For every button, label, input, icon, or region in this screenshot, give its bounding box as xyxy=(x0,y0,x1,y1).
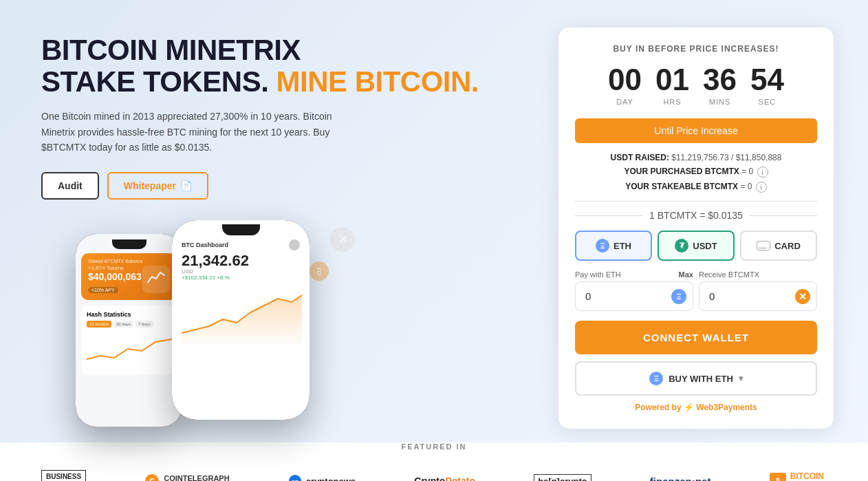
title-prefix: STAKE TOKENS. xyxy=(41,65,276,98)
title-highlight: MINE BITCOIN. xyxy=(276,65,479,98)
btc-currency: USD xyxy=(182,268,300,275)
usdt-tab-label: USDT xyxy=(693,241,717,251)
apy-badge: +10% APY xyxy=(88,287,118,293)
buy-banner: BUY IN BEFORE PRICE INCREASES! xyxy=(575,44,817,54)
usdt-raised-value: $11,219,756.73 / $11,850,888 xyxy=(671,153,781,162)
eth-icon: Ξ xyxy=(596,239,609,253)
cryptopotato-text: CryptoPotato xyxy=(414,475,475,481)
buy-with-eth-label: BUY WITH ETH xyxy=(669,374,733,384)
logo-cryptonews: cn cryptonews xyxy=(288,474,356,481)
countdown-day: 00 DAY xyxy=(608,65,642,107)
purchased-value: = 0 xyxy=(741,167,753,176)
pay-input-group: Pay with ETH Max Ξ xyxy=(575,270,693,311)
countdown-day-value: 00 xyxy=(608,65,642,95)
stakeable-row: YOUR STAKEABLE BTCMTX = 0 i xyxy=(575,182,817,193)
usdt-raised-label: USDT RAISED: xyxy=(611,153,669,162)
phone-right: BTC Dashboard 21,342.62 USD +$102,334.21… xyxy=(172,220,310,420)
stakeable-label: YOUR STAKEABLE BTCMTX xyxy=(625,182,738,191)
countdown-sec: 54 SEC xyxy=(750,65,784,107)
cointelegraph-icon: C xyxy=(144,473,160,481)
token-tabs: Ξ ETH ₮ USDT CARD xyxy=(575,231,817,261)
stakeable-value: = 0 xyxy=(740,182,752,191)
receive-input-group: Receive BTCMTX ✕ xyxy=(699,270,817,311)
countdown-mins-value: 36 xyxy=(703,65,737,95)
btcmtx-tokens: +1,674 Tokens xyxy=(88,265,142,271)
eth-tab-label: ETH xyxy=(614,241,631,251)
eth-tab[interactable]: Ξ ETH xyxy=(575,231,652,261)
business-insider-text: BUSINESSINSIDER xyxy=(41,470,86,481)
clear-receive-icon[interactable]: ✕ xyxy=(795,289,810,304)
purchased-row: YOUR PURCHASED BTCMTX = 0 i xyxy=(575,167,817,178)
subtitle: One Bitcoin mined in 2013 appreciated 27… xyxy=(41,109,337,155)
phone-right-notch xyxy=(222,224,260,235)
left-panel: BITCOIN MINETRIX STAKE TOKENS. MINE BITC… xyxy=(41,28,531,420)
countdown-hrs-label: HRS xyxy=(663,98,681,106)
svg-marker-0 xyxy=(182,295,302,347)
countdown-mins-label: MINS xyxy=(709,98,731,106)
card-tab-label: CARD xyxy=(774,241,801,251)
phones-area: ✕ ₿ Staked BTCMTX Balance +1,674 Tokens … xyxy=(41,220,371,420)
phone-left-notch xyxy=(112,239,147,249)
buy-eth-icon: Ξ xyxy=(649,372,663,385)
buy-with-row: Ξ BUY WITH ETH ▾ xyxy=(575,361,817,396)
svg-text:₿: ₿ xyxy=(776,478,780,481)
connect-wallet-button[interactable]: CONNECT WALLET xyxy=(575,321,817,354)
logo-finanzen: finanzen•net xyxy=(650,475,711,482)
logo-betncrypto: be[n]crypto xyxy=(534,474,592,482)
countdown-sec-label: SEC xyxy=(759,98,777,106)
btc-change: +$102,334.21 +6.% xyxy=(182,275,300,281)
pay-input-wrapper: Ξ xyxy=(575,281,693,311)
powered-by: Powered by ⚡ Web3Payments xyxy=(575,403,817,412)
title-line1: BITCOIN MINETRIX xyxy=(41,34,531,66)
bitcoin-magazine-text: BITCOINMAGAZINE xyxy=(790,471,827,481)
hash-chart xyxy=(87,332,176,366)
widget-card: BUY IN BEFORE PRICE INCREASES! 00 DAY 01… xyxy=(558,28,834,429)
countdown-hrs-value: 01 xyxy=(655,65,689,95)
countdown-sec-value: 54 xyxy=(750,65,784,95)
countdown: 00 DAY 01 HRS 36 MINS 54 SEC xyxy=(575,65,817,107)
logos-bar: FEATURED IN BUSINESSINSIDER C COINTELEGR… xyxy=(0,442,868,481)
cointelegraph-text: COINTELEGRAPH The Future of money xyxy=(164,474,229,482)
purchased-label: YOUR PURCHASED BTCMTX xyxy=(624,167,739,176)
btc-chart xyxy=(182,285,302,347)
staked-balance-card: Staked BTCMTX Balance +1,674 Tokens $40,… xyxy=(81,253,177,300)
hash-stats-card: Hash Statistics 12 months 30 days 7 days xyxy=(81,306,177,374)
chevron-down-icon: ▾ xyxy=(739,374,743,383)
powered-by-label: Powered by xyxy=(635,403,681,412)
featured-in-label: FEATURED IN xyxy=(0,442,868,451)
buy-with-eth-button[interactable]: Ξ BUY WITH ETH ▾ xyxy=(575,361,817,396)
usdt-tab[interactable]: ₮ USDT xyxy=(658,231,735,261)
logo-cryptopotato: CryptoPotato xyxy=(414,475,475,481)
purchased-info-icon[interactable]: i xyxy=(757,167,768,178)
logo-bitcoin-magazine: ₿ BITCOINMAGAZINE xyxy=(770,471,827,481)
cryptonews-text: cryptonews xyxy=(306,476,356,482)
price-bar: Until Price Increase xyxy=(575,118,817,143)
main-layout: BITCOIN MINETRIX STAKE TOKENS. MINE BITC… xyxy=(0,0,868,442)
input-row: Pay with ETH Max Ξ Receive BTCMTX ✕ xyxy=(575,270,817,311)
price-line: 1 BTCMTX = $0.0135 xyxy=(575,210,817,221)
countdown-hrs: 01 HRS xyxy=(655,65,689,107)
phone-left: Staked BTCMTX Balance +1,674 Tokens $40,… xyxy=(76,234,182,427)
audit-button[interactable]: Audit xyxy=(41,172,99,200)
balance-label: Staked BTCMTX Balance xyxy=(88,259,170,264)
betncrypto-text: be[n]crypto xyxy=(534,474,592,482)
usdt-raised-row: USDT RAISED: $11,219,756.73 / $11,850,88… xyxy=(575,153,817,162)
receive-label: Receive BTCMTX xyxy=(699,270,759,279)
chart-icon xyxy=(147,268,166,288)
logos-row: BUSINESSINSIDER C COINTELEGRAPH The Futu… xyxy=(0,459,868,481)
phone-avatar xyxy=(289,239,300,250)
cryptonews-icon: cn xyxy=(288,474,302,481)
countdown-mins: 36 MINS xyxy=(703,65,737,107)
card-tab[interactable]: CARD xyxy=(740,231,817,261)
tab-7days: 7 days xyxy=(135,321,153,328)
document-icon: 📄 xyxy=(180,180,192,191)
pay-label: Pay with ETH xyxy=(575,270,621,279)
balance-value: $40,000,063 xyxy=(88,271,142,282)
logo-cointelegraph: C COINTELEGRAPH The Future of money xyxy=(144,473,229,481)
usdt-icon: ₮ xyxy=(675,239,688,253)
whitepaper-button[interactable]: Whitepaper 📄 xyxy=(107,172,208,200)
web3payments-brand: ⚡ Web3Payments xyxy=(684,403,757,412)
stakeable-info-icon[interactable]: i xyxy=(756,182,767,193)
logo-business-insider: BUSINESSINSIDER xyxy=(41,470,86,481)
max-label[interactable]: Max xyxy=(679,270,693,279)
